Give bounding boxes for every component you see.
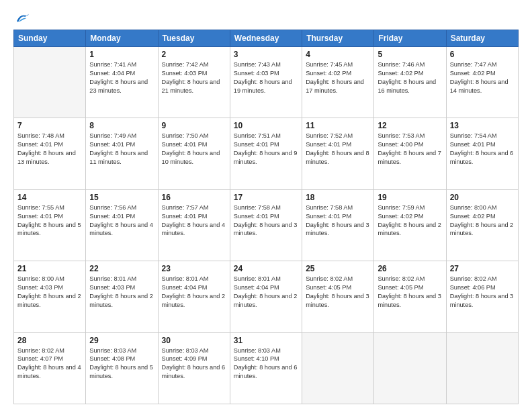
weekday-header-row: SundayMondayTuesdayWednesdayThursdayFrid… [14, 30, 519, 47]
logo-bird-icon [15, 12, 30, 24]
calendar-cell: 31Sunrise: 8:03 AMSunset: 4:10 PMDayligh… [230, 332, 302, 404]
day-number: 22 [89, 264, 154, 273]
day-info: Sunrise: 8:03 AMSunset: 4:10 PMDaylight:… [234, 347, 298, 381]
calendar-cell [302, 332, 374, 404]
calendar-cell: 13Sunrise: 7:54 AMSunset: 4:01 PMDayligh… [446, 118, 518, 189]
day-info: Sunrise: 7:56 AMSunset: 4:01 PMDaylight:… [89, 203, 154, 238]
logo [13, 12, 30, 24]
calendar-table: SundayMondayTuesdayWednesdayThursdayFrid… [13, 30, 519, 404]
calendar-cell: 28Sunrise: 8:02 AMSunset: 4:07 PMDayligh… [14, 332, 86, 404]
day-info: Sunrise: 7:42 AMSunset: 4:03 PMDaylight:… [162, 60, 226, 95]
day-number: 21 [17, 264, 82, 273]
day-info: Sunrise: 8:02 AMSunset: 4:05 PMDaylight:… [306, 275, 370, 310]
day-info: Sunrise: 7:53 AMSunset: 4:00 PMDaylight:… [378, 132, 442, 167]
day-number: 27 [450, 264, 515, 273]
day-info: Sunrise: 7:58 AMSunset: 4:01 PMDaylight:… [306, 203, 370, 238]
day-number: 1 [89, 50, 154, 59]
week-row-1: 1Sunrise: 7:41 AMSunset: 4:04 PMDaylight… [14, 47, 519, 118]
calendar-cell: 2Sunrise: 7:42 AMSunset: 4:03 PMDaylight… [158, 47, 230, 118]
day-number: 31 [234, 336, 298, 345]
calendar-cell: 3Sunrise: 7:43 AMSunset: 4:03 PMDaylight… [230, 47, 302, 118]
weekday-header-thursday: Thursday [302, 30, 374, 47]
day-number: 17 [234, 193, 298, 202]
day-number: 30 [162, 336, 226, 345]
day-number: 8 [89, 121, 154, 130]
calendar-cell [14, 47, 86, 118]
day-number: 28 [17, 336, 82, 345]
day-info: Sunrise: 7:52 AMSunset: 4:01 PMDaylight:… [306, 132, 370, 167]
weekday-header-wednesday: Wednesday [230, 30, 302, 47]
calendar-cell: 15Sunrise: 7:56 AMSunset: 4:01 PMDayligh… [86, 189, 158, 261]
day-number: 19 [378, 193, 442, 202]
day-info: Sunrise: 7:45 AMSunset: 4:02 PMDaylight:… [306, 60, 370, 95]
day-info: Sunrise: 7:43 AMSunset: 4:03 PMDaylight:… [234, 60, 298, 95]
day-info: Sunrise: 7:51 AMSunset: 4:01 PMDaylight:… [234, 132, 298, 167]
day-info: Sunrise: 7:59 AMSunset: 4:02 PMDaylight:… [378, 203, 442, 238]
calendar-cell: 7Sunrise: 7:48 AMSunset: 4:01 PMDaylight… [14, 118, 86, 189]
day-info: Sunrise: 7:41 AMSunset: 4:04 PMDaylight:… [89, 60, 154, 95]
calendar-cell: 21Sunrise: 8:00 AMSunset: 4:03 PMDayligh… [14, 261, 86, 332]
calendar-cell: 22Sunrise: 8:01 AMSunset: 4:03 PMDayligh… [86, 261, 158, 332]
day-number: 18 [306, 193, 370, 202]
calendar-cell [374, 332, 446, 404]
calendar-cell: 16Sunrise: 7:57 AMSunset: 4:01 PMDayligh… [158, 189, 230, 261]
day-number: 2 [162, 50, 226, 59]
day-number: 15 [89, 193, 154, 202]
calendar-cell: 18Sunrise: 7:58 AMSunset: 4:01 PMDayligh… [302, 189, 374, 261]
day-info: Sunrise: 8:02 AMSunset: 4:05 PMDaylight:… [378, 275, 442, 310]
logo-text [13, 12, 30, 24]
calendar-cell: 8Sunrise: 7:49 AMSunset: 4:01 PMDaylight… [86, 118, 158, 189]
calendar-cell: 14Sunrise: 7:55 AMSunset: 4:01 PMDayligh… [14, 189, 86, 261]
weekday-header-saturday: Saturday [446, 30, 518, 47]
weekday-header-tuesday: Tuesday [158, 30, 230, 47]
calendar-cell: 4Sunrise: 7:45 AMSunset: 4:02 PMDaylight… [302, 47, 374, 118]
calendar-cell: 20Sunrise: 8:00 AMSunset: 4:02 PMDayligh… [446, 189, 518, 261]
calendar-cell [446, 332, 518, 404]
calendar-cell: 27Sunrise: 8:02 AMSunset: 4:06 PMDayligh… [446, 261, 518, 332]
day-number: 29 [89, 336, 154, 345]
week-row-3: 14Sunrise: 7:55 AMSunset: 4:01 PMDayligh… [14, 189, 519, 261]
day-number: 20 [450, 193, 515, 202]
calendar-cell: 23Sunrise: 8:01 AMSunset: 4:04 PMDayligh… [158, 261, 230, 332]
week-row-5: 28Sunrise: 8:02 AMSunset: 4:07 PMDayligh… [14, 332, 519, 404]
calendar-cell: 12Sunrise: 7:53 AMSunset: 4:00 PMDayligh… [374, 118, 446, 189]
day-info: Sunrise: 7:50 AMSunset: 4:01 PMDaylight:… [162, 132, 226, 167]
day-info: Sunrise: 8:02 AMSunset: 4:06 PMDaylight:… [450, 275, 515, 310]
day-info: Sunrise: 8:01 AMSunset: 4:04 PMDaylight:… [234, 275, 298, 310]
day-info: Sunrise: 7:58 AMSunset: 4:01 PMDaylight:… [234, 203, 298, 238]
header [13, 12, 519, 24]
week-row-4: 21Sunrise: 8:00 AMSunset: 4:03 PMDayligh… [14, 261, 519, 332]
calendar-cell: 30Sunrise: 8:03 AMSunset: 4:09 PMDayligh… [158, 332, 230, 404]
calendar-cell: 17Sunrise: 7:58 AMSunset: 4:01 PMDayligh… [230, 189, 302, 261]
calendar-cell: 25Sunrise: 8:02 AMSunset: 4:05 PMDayligh… [302, 261, 374, 332]
day-info: Sunrise: 7:49 AMSunset: 4:01 PMDaylight:… [89, 132, 154, 167]
day-info: Sunrise: 8:00 AMSunset: 4:03 PMDaylight:… [17, 275, 82, 310]
day-info: Sunrise: 8:00 AMSunset: 4:02 PMDaylight:… [450, 203, 515, 238]
day-number: 24 [234, 264, 298, 273]
calendar-cell: 29Sunrise: 8:03 AMSunset: 4:08 PMDayligh… [86, 332, 158, 404]
calendar-cell: 26Sunrise: 8:02 AMSunset: 4:05 PMDayligh… [374, 261, 446, 332]
day-info: Sunrise: 7:55 AMSunset: 4:01 PMDaylight:… [17, 203, 82, 238]
calendar-cell: 19Sunrise: 7:59 AMSunset: 4:02 PMDayligh… [374, 189, 446, 261]
calendar-cell: 6Sunrise: 7:47 AMSunset: 4:02 PMDaylight… [446, 47, 518, 118]
day-number: 13 [450, 121, 515, 130]
day-info: Sunrise: 8:01 AMSunset: 4:04 PMDaylight:… [162, 275, 226, 310]
day-number: 12 [378, 121, 442, 130]
day-number: 3 [234, 50, 298, 59]
day-number: 23 [162, 264, 226, 273]
day-info: Sunrise: 7:54 AMSunset: 4:01 PMDaylight:… [450, 132, 515, 167]
week-row-2: 7Sunrise: 7:48 AMSunset: 4:01 PMDaylight… [14, 118, 519, 189]
day-number: 25 [306, 264, 370, 273]
day-number: 14 [17, 193, 82, 202]
day-number: 7 [17, 121, 82, 130]
calendar-cell: 10Sunrise: 7:51 AMSunset: 4:01 PMDayligh… [230, 118, 302, 189]
day-info: Sunrise: 7:46 AMSunset: 4:02 PMDaylight:… [378, 60, 442, 95]
page: SundayMondayTuesdayWednesdayThursdayFrid… [0, 0, 532, 411]
calendar-cell: 1Sunrise: 7:41 AMSunset: 4:04 PMDaylight… [86, 47, 158, 118]
weekday-header-sunday: Sunday [14, 30, 86, 47]
day-number: 10 [234, 121, 298, 130]
day-info: Sunrise: 7:48 AMSunset: 4:01 PMDaylight:… [17, 132, 82, 167]
calendar-cell: 5Sunrise: 7:46 AMSunset: 4:02 PMDaylight… [374, 47, 446, 118]
day-info: Sunrise: 8:03 AMSunset: 4:08 PMDaylight:… [89, 347, 154, 381]
weekday-header-friday: Friday [374, 30, 446, 47]
